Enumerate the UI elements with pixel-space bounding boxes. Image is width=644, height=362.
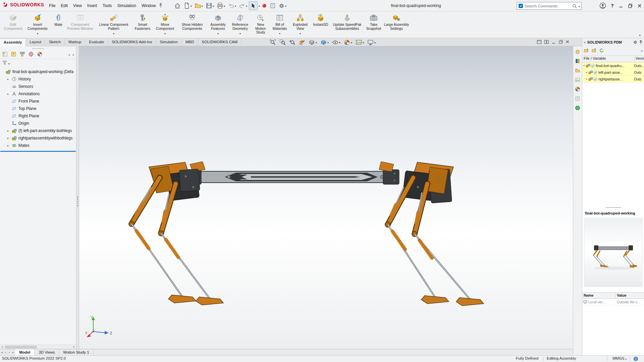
first-tab-icon[interactable]: « [1,351,3,354]
prev-tab-icon[interactable]: ‹ [5,351,6,354]
tree-item-sensors[interactable]: Sensors [0,83,76,90]
dimxpertmanager-tab-icon[interactable] [28,51,34,58]
select-arrow-button[interactable] [249,1,258,10]
close-icon[interactable]: × [637,3,642,9]
tree-item-origin[interactable]: Origin [0,120,76,127]
redo-button[interactable] [238,1,248,10]
pdm-prop-value-header[interactable]: Value [615,293,644,298]
select-dropdown-caret-icon[interactable] [259,3,260,8]
scrollbar-thumb[interactable] [5,346,37,349]
restore-doc-icon[interactable] [558,40,563,44]
home-icon[interactable] [574,48,581,55]
tab-markup[interactable]: Markup [65,38,85,46]
search-dropdown-caret-icon[interactable] [579,4,580,8]
ribbon-button-update-speedpak[interactable]: Update SpeedPak Subassemblies [331,12,364,37]
tree-item-annotations[interactable]: Annotations [0,90,76,98]
expand-arrow-icon[interactable] [585,78,588,80]
search-commands-box[interactable] [517,2,582,10]
pin-menu-icon[interactable] [158,3,163,9]
minimize-icon[interactable] [619,3,623,8]
panel-grip-handle[interactable] [0,46,76,51]
pdm-vault-icon[interactable] [574,105,581,111]
filter-funnel-icon[interactable] [2,60,7,66]
options-gear-button[interactable] [277,1,287,10]
expand-arrow-icon[interactable] [7,129,12,132]
help-icon[interactable]: ? [611,3,614,8]
menu-window[interactable]: Window [139,0,159,11]
pdm-row-right-part[interactable]: rightpartasse... Outs [582,76,644,82]
ribbon-button-smart-fasteners[interactable]: Smart Fasteners [132,12,153,37]
tree-item-front-plane[interactable]: Front Plane [0,98,76,105]
robot-model[interactable] [79,46,573,349]
ribbon-collapse-icon[interactable] [639,33,641,37]
expand-arrow-icon[interactable] [585,71,588,74]
configurationmanager-tab-icon[interactable] [19,51,25,58]
edit-appearance-icon[interactable] [343,39,353,46]
tab-sketch[interactable]: Sketch [45,38,65,46]
featuremanager-tab-icon[interactable] [2,51,8,58]
ribbon-button-instant3d[interactable]: Instant3D [311,12,331,37]
ribbon-button-edit-component[interactable]: Edit Component [3,12,23,37]
ribbon-button-reference-geometry[interactable]: Reference Geometry [229,12,252,37]
expand-arrow-icon[interactable] [582,64,586,67]
appearances-icon[interactable] [574,86,581,93]
propertymanager-tab-icon[interactable] [11,51,16,58]
rollback-bar[interactable] [0,151,76,152]
minimize-doc-icon[interactable] [551,40,556,44]
tree-item-mates[interactable]: Mates [0,142,76,149]
tree-root-assembly[interactable]: final-bot-quadruped-working (Defa [0,68,76,75]
displaymanager-tab-icon[interactable] [37,51,43,58]
pdm-refresh-icon[interactable] [599,48,604,54]
ribbon-button-component-preview-window[interactable]: Component Preview Window [65,12,95,37]
undo-button[interactable] [227,1,237,10]
tab-layout[interactable]: Layout [26,38,45,46]
pdm-status-tray-icon[interactable] [633,356,638,362]
tree-item-left-part-assembly[interactable]: (f) left-part-assembly-bothlegs [0,127,76,134]
section-view-icon[interactable] [298,39,306,46]
expand-arrow-icon[interactable] [7,144,12,147]
open-button[interactable] [194,1,204,10]
expand-arrow-icon[interactable] [7,93,12,96]
custom-properties-icon[interactable] [574,95,581,102]
menu-edit[interactable]: Edit [58,0,70,11]
scroll-right-icon[interactable]: ▸ [72,346,76,348]
ribbon-button-assembly-features[interactable]: Assembly Features [207,12,229,37]
record-sphere-button[interactable] [261,1,268,10]
ribbon-button-move-component[interactable]: Move Component [153,12,177,37]
ribbon-button-exploded-view[interactable]: Exploded View [290,12,311,37]
float-window-icon[interactable] [537,40,542,44]
doc-tab-motion-study-1[interactable]: Motion Study 1 [59,349,94,355]
last-tab-icon[interactable]: » [12,351,14,354]
doc-tab-3d-views[interactable]: 3D Views [35,349,59,355]
menu-simulation[interactable]: Simulation [115,0,139,11]
zoom-to-area-icon[interactable] [279,39,286,46]
expand-arrow-icon[interactable] [7,137,12,140]
filter-caret-icon[interactable] [8,61,10,66]
restore-icon[interactable] [628,3,633,8]
menu-view[interactable]: View [70,0,85,11]
tab-solidworks-addins[interactable]: SOLIDWORKS Add-Ins [108,38,156,46]
new-document-button[interactable] [182,1,193,10]
ribbon-button-show-hidden-components[interactable]: Show Hidden Components [177,12,207,37]
pane-pin-icon[interactable] [639,40,643,45]
pdm-row-left-part[interactable]: left-part-asse... Outs [582,69,644,76]
user-account-icon[interactable] [599,2,606,9]
close-doc-icon[interactable]: × [566,39,570,45]
print-button[interactable] [216,1,226,10]
ribbon-button-linear-component-pattern[interactable]: Linear Component Pattern [95,12,132,37]
ribbon-button-mate[interactable]: Mate [52,12,65,37]
tree-item-top-plane[interactable]: Top Plane [0,105,76,112]
doc-tab-model[interactable]: Model [15,349,35,355]
ribbon-button-large-assembly-settings[interactable]: Large Assembly Settings [384,12,409,37]
ribbon-button-insert-components[interactable]: Insert Components [23,12,52,37]
ribbon-button-bill-of-materials[interactable]: Bill of Materials [270,12,290,37]
pdm-preview-splitter[interactable] [582,206,644,208]
view-orientation-icon[interactable] [308,39,318,46]
pdm-checkout-icon[interactable] [584,48,589,54]
apply-scene-icon[interactable] [355,39,365,46]
panel-splitter[interactable] [76,46,79,349]
panel-tab-scroll-right-icon[interactable]: ▸ [73,53,74,56]
tab-simulation[interactable]: Simulation [156,38,182,46]
pdm-prop-name-header[interactable]: Name [582,293,615,298]
tab-solidworks-cam[interactable]: SOLIDWORKS CAM [198,38,242,46]
